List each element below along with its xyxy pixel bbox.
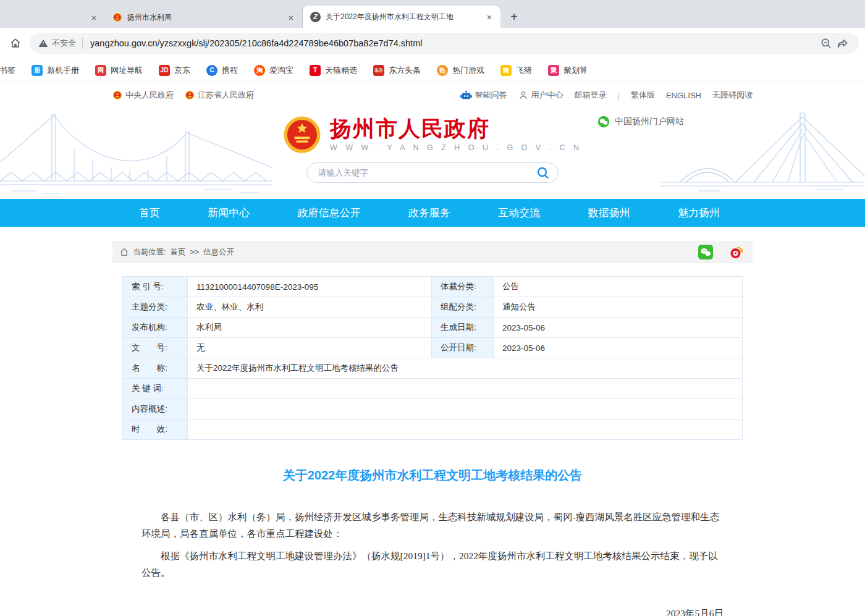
bookmark-eastday[interactable]: 东方 东方头条 <box>373 65 421 76</box>
meta-value: 农业、林业、水利 <box>188 297 432 318</box>
portal-label: 中国扬州门户网站 <box>615 116 684 127</box>
link-label: 中央人民政府 <box>125 90 174 101</box>
bookmark-label: 网址导航 <box>111 65 143 76</box>
bridge-sketch-left <box>0 108 272 199</box>
jd-favicon-icon: JD <box>159 65 170 76</box>
search-icon[interactable] <box>536 166 551 180</box>
new-tab-button[interactable]: + <box>505 8 523 25</box>
meta-value: 11321000014407098E-2023-095 <box>188 277 432 297</box>
wechat-icon <box>597 116 610 128</box>
meta-value <box>188 399 743 420</box>
link-user-center[interactable]: 用户中心 <box>518 90 563 101</box>
nav-data-yangzhou[interactable]: 数据扬州 <box>588 206 630 220</box>
divider <box>82 38 83 49</box>
bookmark-fliggy[interactable]: 猪 飞猪 <box>500 65 532 76</box>
nav-news-center[interactable]: 新闻中心 <box>208 206 250 220</box>
bookmark-label: 东方头条 <box>389 65 421 76</box>
meta-label: 体裁分类: <box>432 277 494 297</box>
share-weibo-icon[interactable] <box>729 245 744 259</box>
bookmark-label: 携程 <box>222 65 238 76</box>
home-icon[interactable] <box>6 34 25 53</box>
national-emblem-icon <box>283 116 321 154</box>
security-label[interactable]: 不安全 <box>52 38 76 49</box>
nav-interaction[interactable]: 互动交流 <box>498 206 540 220</box>
breadcrumb-bar: 当前位置: 首页 >> 信息公开 <box>112 241 753 263</box>
meta-label: 公开日期: <box>432 338 494 358</box>
bookmark-label: 热门游戏 <box>452 65 484 76</box>
site-url-caption: W W W . Y A N G Z H O U . G O V . C N <box>330 143 582 152</box>
table-row: 关 键 词: <box>123 379 743 399</box>
tab-title: 关于2022年度扬州市水利工程文明工地 <box>326 12 478 22</box>
article-paragraph: 根据《扬州市水利工程文明工地建设管理办法》（扬水规[2019]1号），2022年… <box>141 547 724 581</box>
meta-label: 时 效: <box>123 420 188 440</box>
link-label: 用户中心 <box>531 90 563 101</box>
nav-home[interactable]: 首页 <box>139 206 160 220</box>
close-tab-icon[interactable]: × <box>88 11 100 23</box>
tab-yangzhou-water-bureau[interactable]: 扬州市水利局 × <box>105 7 303 28</box>
bridge-sketch-right <box>661 108 865 199</box>
nav-charm-yangzhou[interactable]: 魅力扬州 <box>678 206 720 220</box>
bookmark-xinji-manual[interactable]: 册 新机手册 <box>32 65 79 76</box>
breadcrumb-current-link[interactable]: 信息公开 <box>203 247 234 258</box>
main-nav: 首页 新闻中心 政府信息公开 政务服务 互动交流 数据扬州 魅力扬州 <box>0 199 865 227</box>
link-central-government[interactable]: 中央人民政府 <box>112 90 174 101</box>
taobao-favicon-icon: 淘 <box>254 65 265 76</box>
table-row: 名 称: 关于2022年度扬州市水利工程文明工地考核结果的公告 <box>123 358 743 379</box>
link-smart-qa[interactable]: 智能问答 <box>460 90 507 101</box>
user-icon <box>518 90 528 100</box>
browser-toolbar: 不安全 yangzhou.gov.cn/yzszxxgk/slj/202305/… <box>0 28 865 59</box>
tab-partial: × <box>0 7 105 28</box>
address-bar[interactable]: 不安全 yangzhou.gov.cn/yzszxxgk/slj/202305/… <box>30 33 859 54</box>
meta-label: 主题分类: <box>123 297 188 318</box>
link-traditional-chinese[interactable]: 繁体版 <box>631 90 655 101</box>
table-row: 时 效: <box>123 420 743 440</box>
bookmark-label: 聚划算 <box>563 65 588 76</box>
share-icon[interactable] <box>834 34 850 53</box>
meta-label: 发布机构: <box>123 318 188 338</box>
close-tab-icon[interactable]: × <box>483 11 496 23</box>
portal-badge[interactable]: 中国扬州门户网站 <box>597 116 684 128</box>
bookmark-aitaobao[interactable]: 淘 爱淘宝 <box>254 65 293 76</box>
bookmark-label: 爱淘宝 <box>269 65 293 76</box>
fliggy-favicon-icon: 猪 <box>500 65 512 76</box>
share-wechat-icon[interactable] <box>698 245 713 259</box>
site-title: 扬州市人民政府 <box>330 117 582 141</box>
nav-gov-services[interactable]: 政务服务 <box>408 206 450 220</box>
link-accessibility[interactable]: 无障碍阅读 <box>712 90 753 101</box>
meta-label: 组配分类: <box>432 297 494 318</box>
site-search <box>306 162 559 183</box>
site-favicon-icon: Z <box>310 12 321 22</box>
bookmark-jd[interactable]: JD 京东 <box>159 65 190 76</box>
nav-info-disclosure[interactable]: 政府信息公开 <box>298 206 361 220</box>
table-row: 发布机构: 水利局 生成日期: 2023-05-06 <box>123 318 743 338</box>
link-jiangsu-government[interactable]: 江苏省人民政府 <box>185 90 254 101</box>
meta-value <box>188 420 743 440</box>
bookmark-tmall[interactable]: T 天猫精选 <box>310 65 357 76</box>
link-mail-login[interactable]: 邮箱登录 <box>575 90 607 101</box>
site-banner: 扬州市人民政府 W W W . Y A N G Z H O U . G O V … <box>0 108 865 199</box>
gov-top-bar: 中央人民政府 江苏省人民政府 智能问答 <box>0 82 865 108</box>
bookmark-hot-games[interactable]: 热 热门游戏 <box>437 65 484 76</box>
tab-current-announcement[interactable]: Z 关于2022年度扬州市水利工程文明工地 × <box>303 6 500 28</box>
url-text[interactable]: yangzhou.gov.cn/yzszxxgk/slj/202305/210c… <box>90 38 818 48</box>
link-english[interactable]: ENGLISH <box>666 91 701 100</box>
bookmark-label: 天猫精选 <box>325 65 357 76</box>
bookmark-juhuasuan[interactable]: 聚 聚划算 <box>548 65 588 76</box>
tab-title: 扬州市水利局 <box>127 12 280 23</box>
search-input[interactable] <box>318 168 536 177</box>
link-label: 智能问答 <box>475 90 507 101</box>
close-tab-icon[interactable]: × <box>285 11 297 23</box>
meta-value: 无 <box>188 338 432 358</box>
zoom-out-icon[interactable] <box>818 34 834 53</box>
breadcrumb: 当前位置: 首页 >> 信息公开 <box>120 247 234 258</box>
navigation-favicon-icon: 网 <box>95 65 106 76</box>
bookmark-ctrip[interactable]: C 携程 <box>206 65 238 76</box>
meta-value: 2023-05-06 <box>494 318 743 338</box>
breadcrumb-home-link[interactable]: 首页 <box>170 247 185 258</box>
bookmark-phone-bookmarks[interactable]: 机书签 <box>0 65 15 76</box>
link-label: 江苏省人民政府 <box>198 90 254 101</box>
manual-favicon-icon: 册 <box>32 65 43 76</box>
meta-label: 名 称: <box>123 358 188 379</box>
meta-label: 内容概述: <box>123 399 188 420</box>
bookmark-url-navigation[interactable]: 网 网址导航 <box>95 65 143 76</box>
